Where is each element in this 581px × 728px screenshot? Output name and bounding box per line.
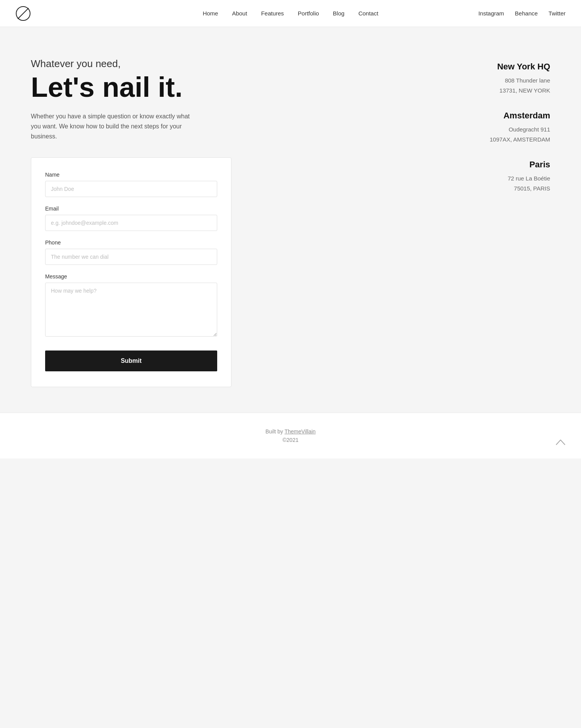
left-section: Whatever you need, Let's nail it. Whethe… [31, 58, 316, 387]
phone-field-group: Phone [45, 239, 217, 265]
message-input[interactable] [45, 283, 217, 337]
hero-subtitle: Whatever you need, [31, 58, 316, 70]
site-footer: Built by ThemeVillain ©2021 [0, 413, 581, 458]
site-header: Home About Features Portfolio Blog Conta… [0, 0, 581, 27]
social-nav: Instagram Behance Twitter [478, 10, 566, 17]
nav-portfolio[interactable]: Portfolio [298, 10, 319, 17]
office-address-line2-paris: 75015, PARIS [514, 185, 550, 192]
submit-button[interactable]: Submit [45, 351, 217, 371]
footer-copyright: ©2021 [8, 437, 573, 443]
hero-title: Let's nail it. [31, 73, 316, 102]
main-nav: Home About Features Portfolio Blog Conta… [203, 10, 378, 17]
name-label: Name [45, 172, 217, 178]
office-address-line2-new-york: 13731, NEW YORK [500, 87, 550, 94]
message-label: Message [45, 273, 217, 280]
name-field-group: Name [45, 172, 217, 197]
contact-form: Name Email Phone Message [45, 172, 217, 371]
office-city-paris: Paris [368, 160, 550, 170]
office-address-line1-amsterdam: Oudegracht 911 [508, 126, 550, 133]
nav-home[interactable]: Home [203, 10, 218, 17]
office-address-amsterdam: Oudegracht 911 1097AX, AMSTERDAM [368, 125, 550, 144]
message-field-group: Message [45, 273, 217, 338]
email-field-group: Email [45, 206, 217, 231]
hero-description: Whether you have a simple question or kn… [31, 111, 193, 142]
office-address-new-york: 808 Thunder lane 13731, NEW YORK [368, 76, 550, 95]
office-address-paris: 72 rue La Boétie 75015, PARIS [368, 174, 550, 193]
phone-label: Phone [45, 239, 217, 246]
nav-contact[interactable]: Contact [358, 10, 378, 17]
office-address-line1-new-york: 808 Thunder lane [505, 77, 550, 84]
name-input[interactable] [45, 181, 217, 197]
page-content: Whatever you need, Let's nail it. Whethe… [0, 27, 581, 413]
office-amsterdam: Amsterdam Oudegracht 911 1097AX, AMSTERD… [368, 111, 550, 144]
footer-themvillain-link[interactable]: ThemeVillain [284, 428, 316, 435]
footer-built-by: Built by ThemeVillain [8, 428, 573, 435]
email-input[interactable] [45, 215, 217, 231]
office-address-line1-paris: 72 rue La Boétie [508, 175, 550, 182]
email-label: Email [45, 206, 217, 212]
office-address-line2-amsterdam: 1097AX, AMSTERDAM [490, 136, 550, 143]
nav-instagram[interactable]: Instagram [478, 10, 504, 17]
nav-twitter[interactable]: Twitter [549, 10, 566, 17]
contact-form-card: Name Email Phone Message [31, 157, 231, 387]
office-city-amsterdam: Amsterdam [368, 111, 550, 121]
nav-blog[interactable]: Blog [333, 10, 345, 17]
nav-behance[interactable]: Behance [515, 10, 538, 17]
back-to-top-button[interactable] [556, 438, 566, 447]
office-locations: New York HQ 808 Thunder lane 13731, NEW … [368, 58, 550, 209]
footer-built-by-text: Built by [265, 428, 285, 435]
phone-input[interactable] [45, 249, 217, 265]
svg-line-1 [18, 8, 29, 19]
nav-about[interactable]: About [232, 10, 247, 17]
logo[interactable] [15, 6, 31, 21]
nav-features[interactable]: Features [261, 10, 284, 17]
office-new-york: New York HQ 808 Thunder lane 13731, NEW … [368, 62, 550, 95]
office-paris: Paris 72 rue La Boétie 75015, PARIS [368, 160, 550, 193]
office-city-new-york: New York HQ [368, 62, 550, 72]
